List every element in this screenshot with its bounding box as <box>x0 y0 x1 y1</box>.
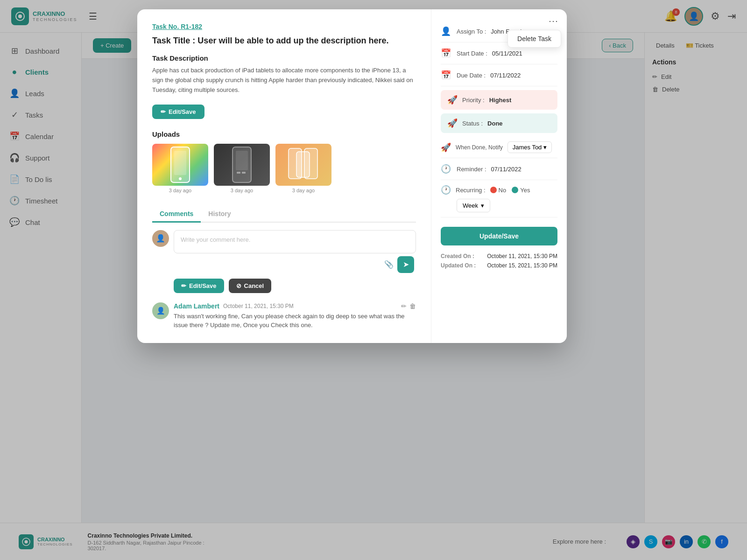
reminder-label: Reminder : <box>457 166 486 173</box>
updated-on-label: Updated On : <box>441 262 476 269</box>
comment-text: This wasn't working fine, Can you please… <box>174 312 416 330</box>
comment-placeholder: Write your comment here. <box>181 236 250 243</box>
more-options-icon[interactable]: ⋮ <box>548 17 559 27</box>
week-label: Week <box>463 202 478 209</box>
comment-date: October 11, 2021, 15:30 PM <box>223 303 294 309</box>
recurring-no-option[interactable]: No <box>490 187 507 194</box>
status-icon: 🚀 <box>447 118 458 128</box>
comment-send-button[interactable]: ➤ <box>397 256 414 273</box>
task-title: Task Title : User will be able to add up… <box>152 35 416 47</box>
delete-task-dropdown[interactable]: Delete Task <box>507 30 561 48</box>
task-description-label: Task Description <box>152 54 416 62</box>
edit-save-button[interactable]: ✏ Edit/Save <box>152 105 204 119</box>
assign-to-label: Assign To : <box>457 28 486 35</box>
upload-image-3 <box>275 144 331 186</box>
recurring-label: Recurring : <box>456 187 486 194</box>
upload-item-2: 3 day ago <box>214 144 270 193</box>
modal-right-panel: ⋮ Delete Task 👤 Assign To : John Faraday… <box>431 9 567 343</box>
when-done-dropdown[interactable]: James Tod ▾ <box>507 141 552 153</box>
upload-thumb-1[interactable] <box>152 144 208 186</box>
comment-author-name: Adam Lambert <box>174 302 219 310</box>
recurring-no-label: No <box>499 187 507 194</box>
comment-edit-save-button[interactable]: ✏ Edit/Save <box>174 279 224 293</box>
svg-point-4 <box>179 177 182 180</box>
priority-field: 🚀 Priority : Highest <box>441 90 557 110</box>
when-done-label: When Done, Notify <box>456 144 503 151</box>
upload-item-3: 3 day ago <box>275 144 331 193</box>
uploads-grid: 3 day ago 3 day ago <box>152 144 416 193</box>
task-number[interactable]: Task No. R1-182 <box>152 23 202 30</box>
chevron-down-icon: ▾ <box>543 144 547 151</box>
assign-icon: 👤 <box>441 26 452 36</box>
upload-thumb-3[interactable] <box>275 144 331 186</box>
comment-input-wrapper: Write your comment here. 📎 ➤ <box>174 230 416 273</box>
svg-rect-8 <box>242 172 246 174</box>
recurring-radio-group: No Yes <box>490 187 530 194</box>
svg-rect-11 <box>296 152 310 177</box>
app-wrapper: CRAXINNO TECHNOLOGIES ☰ 🔔 8 👤 ⚙ ⇥ ⊞ Dash… <box>0 0 747 560</box>
task-modal: Task No. R1-182 Task Title : User will b… <box>137 9 567 343</box>
svg-rect-3 <box>174 151 186 175</box>
upload-time-2: 3 day ago <box>231 188 253 193</box>
comment-edit-icon[interactable]: ✏ <box>401 302 407 310</box>
upload-item-1: 3 day ago <box>152 144 208 193</box>
created-on-row: Created On : October 11, 2021, 15:30 PM <box>441 253 557 259</box>
recurring-icon: 🕐 <box>441 185 451 195</box>
attach-icon[interactable]: 📎 <box>384 260 394 269</box>
when-done-value: James Tod <box>513 144 542 151</box>
due-date-value: 07/11/2022 <box>490 72 521 79</box>
week-dropdown[interactable]: Week ▾ <box>457 199 490 212</box>
task-description-text: Apple has cut back production of iPad ta… <box>152 66 416 95</box>
reminder-field: 🕐 Reminder : 07/11/2022 <box>441 158 557 180</box>
status-value: Done <box>487 120 503 127</box>
comment-delete-icon[interactable]: 🗑 <box>409 302 416 310</box>
notify-icon: 🚀 <box>441 142 451 153</box>
upload-thumb-2[interactable] <box>214 144 270 186</box>
comment-input-actions: 📎 ➤ <box>174 256 416 273</box>
svg-rect-6 <box>236 151 248 170</box>
notify-field: 🚀 When Done, Notify James Tod ▾ <box>441 137 557 158</box>
start-date-value: 05/11/2021 <box>492 50 522 57</box>
cancel-icon: ⊘ <box>236 282 241 289</box>
reminder-value: 07/11/2022 <box>491 166 521 173</box>
recurring-yes-option[interactable]: Yes <box>512 187 530 194</box>
modal-tabs: Comments History <box>152 206 416 223</box>
reminder-icon: 🕐 <box>441 164 452 174</box>
start-date-label: Start Date : <box>457 50 487 57</box>
comment-input-box[interactable]: Write your comment here. <box>174 230 416 253</box>
recurring-yes-label: Yes <box>520 187 530 194</box>
comment-cancel-button[interactable]: ⊘ Cancel <box>229 279 272 293</box>
tab-history[interactable]: History <box>201 206 238 223</box>
priority-value: Highest <box>489 97 512 104</box>
modal-left-panel: Task No. R1-182 Task Title : User will b… <box>137 9 431 343</box>
comment-author-avatar: 👤 <box>152 302 169 319</box>
due-date-field: 📅 Due Date : 07/11/2022 <box>441 64 557 86</box>
updated-on-value: October 15, 2021, 15:30 PM <box>487 262 557 269</box>
created-on-value: October 11, 2021, 15:30 PM <box>487 253 557 259</box>
current-user-avatar: 👤 <box>152 230 169 247</box>
recurring-no-radio[interactable] <box>490 187 497 193</box>
upload-image-1 <box>152 144 208 186</box>
priority-label: Priority : <box>462 97 485 104</box>
comment-action-icons: ✏ 🗑 <box>401 302 416 310</box>
status-field: 🚀 Status : Done <box>441 113 557 133</box>
edit-icon-small: ✏ <box>181 282 186 289</box>
tab-comments[interactable]: Comments <box>152 206 201 223</box>
update-save-button[interactable]: Update/Save <box>441 227 557 245</box>
status-label: Status : <box>462 120 483 127</box>
upload-time-1: 3 day ago <box>169 188 191 193</box>
recurring-field: 🕐 Recurring : No Yes Week <box>441 180 557 217</box>
recurring-yes-radio[interactable] <box>512 187 518 193</box>
uploads-label: Uploads <box>152 130 416 138</box>
upload-time-3: 3 day ago <box>292 188 315 193</box>
comment-item: 👤 Adam Lambert October 11, 2021, 15:30 P… <box>152 302 416 330</box>
comment-header: Adam Lambert October 11, 2021, 15:30 PM … <box>174 302 416 310</box>
due-date-icon: 📅 <box>441 70 452 80</box>
comment-input-row: 👤 Write your comment here. 📎 ➤ <box>152 230 416 273</box>
start-date-icon: 📅 <box>441 48 452 58</box>
updated-on-row: Updated On : October 15, 2021, 15:30 PM <box>441 262 557 269</box>
upload-image-2 <box>214 144 270 186</box>
edit-icon: ✏ <box>161 108 166 115</box>
comment-body: Adam Lambert October 11, 2021, 15:30 PM … <box>174 302 416 330</box>
svg-rect-7 <box>237 172 240 174</box>
